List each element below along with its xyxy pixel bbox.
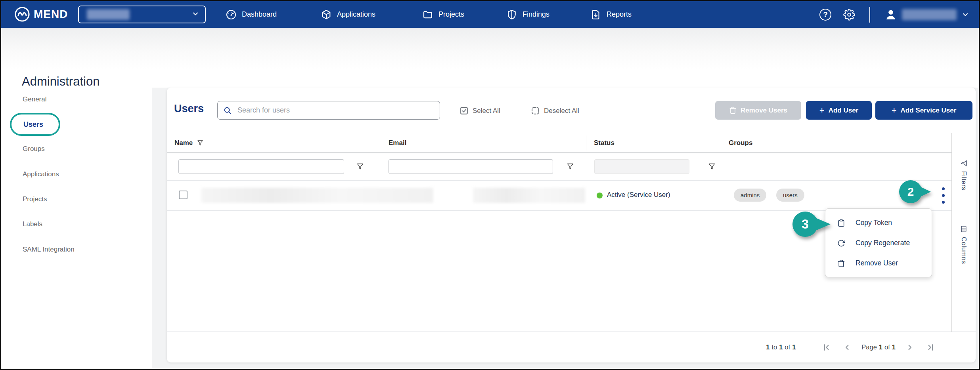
column-label: Groups — [729, 139, 752, 147]
sidebar-item-groups[interactable]: Groups — [23, 142, 45, 156]
filter-funnel-icon — [960, 159, 968, 167]
email-filter-input[interactable] — [389, 159, 553, 174]
applications-icon — [321, 9, 332, 20]
next-page-icon[interactable] — [905, 343, 915, 352]
filter-funnel-icon[interactable] — [197, 139, 204, 147]
username-redacted — [902, 9, 957, 20]
column-header-email[interactable]: Email — [389, 133, 406, 153]
grid-side-strip: Filters Columns — [951, 133, 976, 332]
menu-item-label: Remove User — [856, 259, 898, 267]
users-highlight-ring: Users — [10, 113, 60, 136]
menu-item-remove-user[interactable]: Remove User — [825, 253, 932, 273]
column-divider — [586, 135, 586, 151]
nav-label: Reports — [607, 10, 632, 19]
column-divider — [931, 135, 931, 151]
app-window: MEND Dashboard Applications Proj — [0, 0, 980, 370]
nav-item-reports[interactable]: Reports — [590, 1, 632, 28]
nav-item-findings[interactable]: Findings — [506, 1, 549, 28]
status-filter-input[interactable] — [594, 159, 689, 174]
mend-logo[interactable]: MEND — [14, 6, 68, 22]
select-all-button[interactable]: Select All — [459, 106, 500, 116]
settings-gear-icon[interactable] — [843, 9, 855, 21]
status-text: Active (Service User) — [607, 191, 670, 199]
projects-icon — [422, 9, 433, 20]
tab-filters[interactable]: Filters — [952, 159, 976, 190]
nav-item-dashboard[interactable]: Dashboard — [226, 1, 277, 28]
callout-number: 2 — [899, 180, 922, 203]
table-header-row: Name Email Status Groups — [167, 133, 951, 153]
email-filter-menu-button[interactable] — [566, 162, 574, 172]
status-filter-menu-button[interactable] — [708, 162, 716, 172]
tab-label: Filters — [960, 171, 968, 190]
mend-logo-icon — [14, 6, 30, 22]
nav-label: Dashboard — [242, 10, 277, 19]
page-header-band: Administration — [1, 28, 979, 87]
filter-funnel-icon — [566, 162, 574, 171]
pagination-bar: 1 to 1 of 1 Page 1 of 1 — [167, 332, 976, 362]
checkbox-checked-icon — [459, 106, 469, 116]
table-row: Active (Service User) admins users — [167, 180, 951, 210]
tab-columns[interactable]: Columns — [952, 225, 976, 264]
nav-item-applications[interactable]: Applications — [321, 1, 375, 28]
dashed-square-icon — [530, 106, 540, 116]
user-avatar-icon — [884, 8, 897, 21]
user-menu[interactable] — [884, 8, 969, 21]
row-actions-menu: Copy Token Copy Regenerate Remove User — [825, 208, 932, 277]
annotation-callout-2: 2 — [899, 180, 922, 203]
page-word: Page — [861, 343, 877, 351]
row-checkbox[interactable] — [179, 191, 188, 199]
name-filter-menu-button[interactable] — [356, 162, 364, 172]
search-input[interactable] — [237, 106, 434, 115]
sidebar-item-labels[interactable]: Labels — [23, 217, 42, 231]
navbar-divider — [869, 7, 870, 23]
previous-page-icon[interactable] — [842, 343, 852, 352]
tab-label: Columns — [960, 237, 968, 264]
name-filter-input[interactable] — [178, 159, 344, 174]
column-header-status[interactable]: Status — [594, 133, 614, 153]
navbar-right-cluster: ? — [819, 1, 969, 28]
search-icon — [223, 106, 232, 115]
menu-item-copy-token[interactable]: Copy Token — [825, 213, 932, 233]
sidebar-item-saml[interactable]: SAML Integration — [23, 243, 75, 256]
row-actions-kebab-icon[interactable] — [938, 184, 948, 207]
users-section-heading: Users — [174, 103, 204, 115]
column-header-name[interactable]: Name — [174, 133, 204, 153]
nav-item-projects[interactable]: Projects — [422, 1, 464, 28]
menu-item-copy-regenerate[interactable]: Copy Regenerate — [825, 233, 932, 253]
menu-item-label: Copy Token — [856, 219, 892, 227]
help-icon[interactable]: ? — [819, 9, 831, 21]
column-divider — [721, 135, 721, 151]
sidebar-item-users[interactable]: Users — [23, 120, 43, 129]
page-title: Administration — [22, 74, 100, 89]
pagination-range: 1 to 1 of 1 — [766, 343, 796, 351]
sidebar-item-applications[interactable]: Applications — [23, 168, 59, 181]
clipboard-icon — [837, 219, 845, 227]
column-label: Name — [174, 139, 193, 147]
remove-users-button[interactable]: Remove Users — [715, 101, 801, 120]
page-of-word: of — [884, 343, 890, 351]
filter-funnel-icon — [356, 162, 364, 171]
chevron-down-icon — [961, 11, 969, 19]
dashboard-icon — [226, 9, 237, 20]
columns-grid-icon — [960, 225, 968, 233]
nav-label: Findings — [523, 10, 549, 19]
column-label: Status — [594, 139, 614, 147]
column-label: Email — [389, 139, 406, 147]
organization-selector[interactable] — [78, 6, 206, 23]
top-navbar: MEND Dashboard Applications Proj — [1, 1, 979, 28]
user-search — [217, 101, 440, 120]
add-service-user-button[interactable]: + Add Service User — [875, 101, 972, 120]
last-page-icon[interactable] — [926, 343, 935, 352]
table-filter-row — [167, 153, 951, 180]
sidebar-item-general[interactable]: General — [23, 93, 46, 106]
group-badge: users — [776, 189, 804, 202]
deselect-all-label: Deselect All — [544, 107, 579, 115]
deselect-all-button[interactable]: Deselect All — [530, 106, 579, 116]
sidebar-item-projects[interactable]: Projects — [23, 193, 47, 206]
first-page-icon[interactable] — [822, 343, 831, 352]
trash-icon — [837, 259, 845, 267]
add-user-button[interactable]: + Add User — [806, 101, 872, 120]
column-header-groups[interactable]: Groups — [729, 133, 752, 153]
page-total: 1 — [892, 343, 896, 351]
chevron-down-icon — [191, 10, 199, 19]
